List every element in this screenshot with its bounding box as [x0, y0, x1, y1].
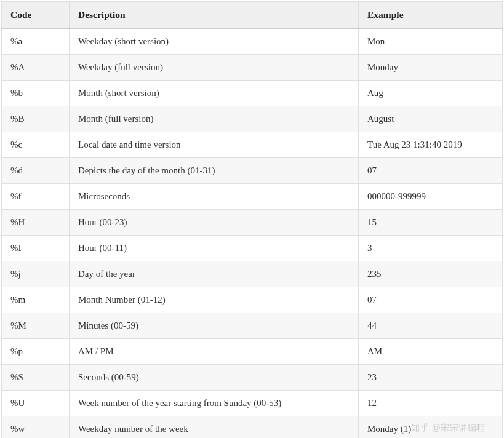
cell-code: %b: [2, 81, 70, 106]
table-row: %HHour (00-23)15: [2, 210, 503, 236]
cell-description: Weekday (full version): [70, 55, 359, 81]
cell-code: %f: [2, 184, 70, 210]
cell-description: Local date and time version: [70, 132, 359, 158]
table-row: %IHour (00-11)3: [2, 236, 503, 261]
cell-code: %m: [2, 287, 70, 313]
table-row: %pAM / PMAM: [2, 339, 503, 365]
table-row: %AWeekday (full version)Monday: [2, 55, 503, 81]
cell-example: 07: [359, 158, 503, 184]
cell-example: 23: [359, 365, 503, 391]
cell-code: %I: [2, 236, 70, 261]
cell-code: %H: [2, 210, 70, 236]
table-row: %BMonth (full version)August: [2, 106, 503, 132]
cell-description: Month Number (01-12): [70, 287, 359, 313]
cell-description: Week number of the year starting from Su…: [70, 391, 359, 416]
cell-example: Monday: [359, 55, 503, 81]
cell-description: Weekday (short version): [70, 28, 359, 55]
cell-code: %j: [2, 261, 70, 287]
cell-description: Month (short version): [70, 81, 359, 106]
table-row: %mMonth Number (01-12)07: [2, 287, 503, 313]
col-header-description: Description: [70, 2, 359, 29]
cell-example: 12: [359, 391, 503, 416]
table-row: %cLocal date and time versionTue Aug 23 …: [2, 132, 503, 158]
cell-description: Minutes (00-59): [70, 313, 359, 339]
cell-code: %p: [2, 339, 70, 365]
table-row: %aWeekday (short version)Mon: [2, 28, 503, 55]
cell-code: %w: [2, 416, 70, 439]
cell-example: 07: [359, 287, 503, 313]
cell-description: Microseconds: [70, 184, 359, 210]
table-row: %wWeekday number of the weekMonday (1): [2, 416, 503, 439]
cell-example: August: [359, 106, 503, 132]
cell-description: Weekday number of the week: [70, 416, 359, 439]
cell-example: 000000-999999: [359, 184, 503, 210]
cell-description: Depicts the day of the month (01-31): [70, 158, 359, 184]
cell-description: AM / PM: [70, 339, 359, 365]
table-row: %jDay of the year235: [2, 261, 503, 287]
cell-description: Month (full version): [70, 106, 359, 132]
format-codes-table: Code Description Example %aWeekday (shor…: [1, 1, 503, 438]
cell-code: %B: [2, 106, 70, 132]
table-row: %bMonth (short version)Aug: [2, 81, 503, 106]
col-header-code: Code: [2, 2, 70, 29]
cell-code: %a: [2, 28, 70, 55]
cell-code: %d: [2, 158, 70, 184]
table-row: %fMicroseconds000000-999999: [2, 184, 503, 210]
cell-code: %S: [2, 365, 70, 391]
cell-example: 3: [359, 236, 503, 261]
table-body: %aWeekday (short version)Mon %AWeekday (…: [2, 28, 503, 438]
cell-description: Day of the year: [70, 261, 359, 287]
cell-example: AM: [359, 339, 503, 365]
cell-description: Seconds (00-59): [70, 365, 359, 391]
table-row: %dDepicts the day of the month (01-31)07: [2, 158, 503, 184]
cell-code: %U: [2, 391, 70, 416]
table-row: %UWeek number of the year starting from …: [2, 391, 503, 416]
cell-example: 44: [359, 313, 503, 339]
cell-code: %M: [2, 313, 70, 339]
cell-code: %c: [2, 132, 70, 158]
cell-example: 15: [359, 210, 503, 236]
cell-example: Mon: [359, 28, 503, 55]
cell-example: 235: [359, 261, 503, 287]
cell-description: Hour (00-23): [70, 210, 359, 236]
cell-example: Monday (1): [359, 416, 503, 439]
cell-code: %A: [2, 55, 70, 81]
cell-example: Tue Aug 23 1:31:40 2019: [359, 132, 503, 158]
table-row: %MMinutes (00-59)44: [2, 313, 503, 339]
table-head-row: Code Description Example: [2, 2, 503, 29]
col-header-example: Example: [359, 2, 503, 29]
cell-description: Hour (00-11): [70, 236, 359, 261]
table-row: %SSeconds (00-59)23: [2, 365, 503, 391]
cell-example: Aug: [359, 81, 503, 106]
